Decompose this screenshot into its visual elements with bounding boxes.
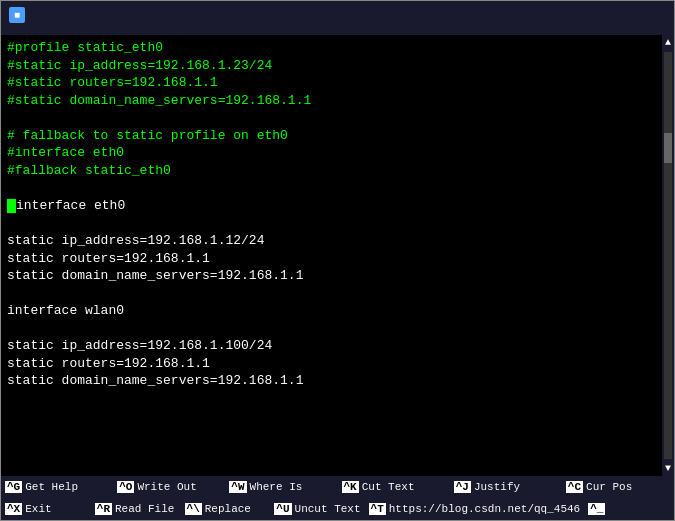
shortcut-key: ^X [5, 503, 22, 515]
shortcut-label: Exit [25, 503, 51, 515]
minimize-button[interactable] [606, 7, 622, 23]
shortcut-key: ^C [566, 481, 583, 493]
terminal-line: #interface eth0 [7, 144, 668, 162]
terminal-line: #fallback static_eth0 [7, 162, 668, 180]
terminal-icon: ■ [9, 7, 25, 23]
scroll-track[interactable] [664, 52, 672, 459]
footer-item[interactable]: ^KCut Text [338, 476, 450, 498]
terminal-line [7, 320, 668, 338]
shortcut-label: Replace [205, 503, 251, 515]
footer-item[interactable]: ^Thttps://blog.csdn.net/qq_4546 [365, 498, 585, 520]
file-content: #profile static_eth0#static ip_address=1… [7, 39, 668, 472]
terminal-line [7, 390, 668, 408]
shortcut-key: ^R [95, 503, 112, 515]
shortcut-key: ^O [117, 481, 134, 493]
title-bar-left: ■ [9, 7, 33, 23]
terminal-line: interface wlan0 [7, 302, 668, 320]
shortcut-key: ^J [454, 481, 471, 493]
terminal-line: #static routers=192.168.1.1 [7, 74, 668, 92]
footer-item[interactable]: ^GGet Help [1, 476, 113, 498]
footer-row-2: ^XExit^RRead File^\Replace^UUncut Text^T… [1, 498, 674, 520]
terminal-line [7, 425, 668, 443]
shortcut-label: Justify [474, 481, 520, 493]
footer-item[interactable]: ^UUncut Text [270, 498, 364, 520]
shortcut-label: Read File [115, 503, 174, 515]
terminal-line: #profile static_eth0 [7, 39, 668, 57]
shortcut-key: ^U [274, 503, 291, 515]
shortcut-label: Cut Text [362, 481, 415, 493]
nano-footer: ^GGet Help^OWrite Out^WWhere Is^KCut Tex… [1, 476, 674, 520]
terminal-line: static ip_address=192.168.1.100/24 [7, 337, 668, 355]
terminal-line [7, 214, 668, 232]
scroll-up-arrow[interactable]: ▲ [665, 35, 671, 50]
footer-item[interactable]: ^RRead File [91, 498, 181, 520]
shortcut-label: Cur Pos [586, 481, 632, 493]
terminal-line: static routers=192.168.1.1 [7, 250, 668, 268]
terminal-line [7, 407, 668, 425]
text-cursor [7, 199, 16, 213]
shortcut-key: ^K [342, 481, 359, 493]
shortcut-label: Uncut Text [295, 503, 361, 515]
terminal-line [7, 285, 668, 303]
terminal-line: #static domain_name_servers=192.168.1.1 [7, 92, 668, 110]
window-controls[interactable] [606, 7, 666, 23]
shortcut-key: ^G [5, 481, 22, 493]
footer-item[interactable]: ^XExit [1, 498, 91, 520]
terminal-line: static ip_address=192.168.1.12/24 [7, 232, 668, 250]
scrollbar[interactable]: ▲ ▼ [662, 35, 674, 476]
footer-item[interactable]: ^CCur Pos [562, 476, 674, 498]
scroll-thumb[interactable] [664, 133, 672, 163]
terminal-line [7, 179, 668, 197]
footer-item[interactable]: ^_ [584, 498, 674, 520]
shortcut-label: Get Help [25, 481, 78, 493]
footer-item[interactable]: ^\Replace [181, 498, 271, 520]
terminal-line: static routers=192.168.1.1 [7, 355, 668, 373]
footer-item[interactable]: ^JJustify [450, 476, 562, 498]
terminal-line [7, 109, 668, 127]
footer-item[interactable]: ^WWhere Is [225, 476, 337, 498]
shortcut-label: Where Is [250, 481, 303, 493]
main-window: ■ #profile static_eth0#static ip_address… [0, 0, 675, 521]
terminal-area: #profile static_eth0#static ip_address=1… [1, 35, 674, 476]
terminal-line: interface eth0 [7, 197, 668, 215]
terminal-line: static domain_name_servers=192.168.1.1 [7, 267, 668, 285]
shortcut-key: ^T [369, 503, 386, 515]
terminal-line: # fallback to static profile on eth0 [7, 127, 668, 145]
footer-item[interactable]: ^OWrite Out [113, 476, 225, 498]
footer-row-1: ^GGet Help^OWrite Out^WWhere Is^KCut Tex… [1, 476, 674, 498]
scroll-down-arrow[interactable]: ▼ [665, 461, 671, 476]
shortcut-key: ^\ [185, 503, 202, 515]
close-button[interactable] [650, 7, 666, 23]
shortcut-label: Write Out [137, 481, 196, 493]
title-bar: ■ [1, 1, 674, 29]
shortcut-key: ^W [229, 481, 246, 493]
terminal-line: static domain_name_servers=192.168.1.1 [7, 372, 668, 390]
terminal-line: #static ip_address=192.168.1.23/24 [7, 57, 668, 75]
shortcut-key: ^_ [588, 503, 605, 515]
maximize-button[interactable] [628, 7, 644, 23]
shortcut-label: https://blog.csdn.net/qq_4546 [389, 503, 580, 515]
